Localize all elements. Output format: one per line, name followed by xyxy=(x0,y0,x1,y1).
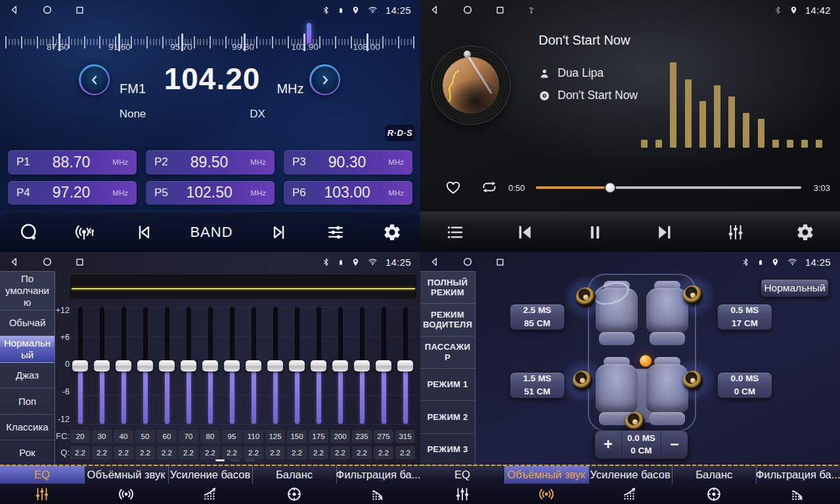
audio-settings-icon[interactable] xyxy=(325,222,346,242)
preset-button[interactable]: P5102.50MHz xyxy=(146,181,275,205)
fc-value[interactable]: 125 xyxy=(265,430,285,443)
listening-mode-item[interactable]: ПАССАЖИР xyxy=(420,337,475,369)
front-right-speaker[interactable] xyxy=(683,285,703,305)
q-value[interactable]: 2.2 xyxy=(114,446,133,459)
fc-value[interactable]: 30 xyxy=(92,430,112,443)
back-icon[interactable] xyxy=(430,257,440,267)
tab-balance-icon[interactable] xyxy=(252,484,336,504)
q-value[interactable]: 2.2 xyxy=(244,446,263,459)
eq-band-slider[interactable] xyxy=(200,307,221,424)
slider-handle[interactable] xyxy=(202,360,218,371)
eq-band-slider[interactable] xyxy=(113,307,134,424)
preset-button[interactable]: P390.30MHz xyxy=(284,150,412,175)
q-value[interactable]: 2.2 xyxy=(70,446,90,459)
home-icon[interactable] xyxy=(42,257,53,267)
q-value[interactable]: 2.2 xyxy=(330,446,350,459)
eq-band-slider[interactable] xyxy=(243,307,264,424)
eq-band-slider[interactable] xyxy=(286,307,307,424)
page-dot[interactable] xyxy=(215,459,225,461)
eq-band-slider[interactable] xyxy=(395,307,416,424)
preset-button[interactable]: P6103.00MHz xyxy=(284,181,412,205)
settings-icon[interactable] xyxy=(382,222,402,242)
tune-up-button[interactable] xyxy=(309,64,340,95)
eq-preset-item[interactable]: По умолчанию xyxy=(0,272,55,310)
tab-eq[interactable]: EQ xyxy=(420,466,504,484)
back-icon[interactable] xyxy=(9,5,20,15)
q-value[interactable]: 2.2 xyxy=(374,446,393,459)
fc-value[interactable]: 175 xyxy=(309,430,328,443)
slider-handle[interactable] xyxy=(397,360,413,371)
page-dot[interactable] xyxy=(231,459,240,461)
eq-band-slider[interactable] xyxy=(70,307,91,424)
slider-handle[interactable] xyxy=(246,360,261,371)
tab-bass-boost-icon[interactable] xyxy=(168,484,252,504)
home-icon[interactable] xyxy=(462,5,473,15)
eq-band-slider[interactable] xyxy=(178,307,199,424)
repeat-icon[interactable] xyxy=(479,178,499,196)
eq-band-slider[interactable] xyxy=(265,307,286,424)
surround-preset-button[interactable]: Нормальный xyxy=(761,279,829,297)
slider-handle[interactable] xyxy=(159,360,175,371)
fc-value[interactable]: 235 xyxy=(352,430,372,443)
scan-icon[interactable] xyxy=(18,222,39,243)
center-speaker[interactable] xyxy=(625,412,645,432)
slider-handle[interactable] xyxy=(224,360,240,371)
eq-band-slider[interactable] xyxy=(156,307,177,424)
eq-preset-item[interactable]: Рок xyxy=(0,440,55,465)
home-icon[interactable] xyxy=(462,257,473,267)
tab-surround-sound-icon[interactable] xyxy=(504,484,588,504)
front-left-delay-button[interactable]: 2.5 MS 85 CM xyxy=(510,304,565,330)
tab-bass-filter[interactable]: Фильтрация ба... xyxy=(756,466,840,484)
tab-bass-boost-icon[interactable] xyxy=(588,484,673,504)
tab-balance[interactable]: Баланс xyxy=(252,466,336,484)
slider-handle[interactable] xyxy=(311,360,326,371)
q-value[interactable]: 2.2 xyxy=(222,446,242,459)
recents-icon[interactable] xyxy=(75,257,85,267)
tab-bass-filter-icon[interactable] xyxy=(756,484,840,504)
fc-value[interactable]: 150 xyxy=(287,430,307,443)
next-station-icon[interactable] xyxy=(269,222,289,242)
slider-handle[interactable] xyxy=(332,360,348,371)
back-icon[interactable] xyxy=(430,5,440,15)
q-value[interactable]: 2.2 xyxy=(135,446,155,459)
rear-right-delay-button[interactable]: 0.0 MS 0 CM xyxy=(717,372,772,398)
decrease-delay-button[interactable]: − xyxy=(661,430,688,459)
slider-handle[interactable] xyxy=(181,360,196,371)
eq-preset-item[interactable]: Обычай xyxy=(0,310,55,336)
slider-handle[interactable] xyxy=(354,360,370,371)
home-icon[interactable] xyxy=(42,5,53,15)
tab-surround-sound[interactable]: Объёмный звук xyxy=(84,466,168,484)
eq-band-slider[interactable] xyxy=(91,307,112,424)
eq-preset-item[interactable]: Классика xyxy=(0,415,55,440)
listening-mode-item[interactable]: РЕЖИМ 1 xyxy=(420,369,475,401)
tab-bass-boost[interactable]: Усиление басов xyxy=(168,466,252,484)
fc-value[interactable]: 110 xyxy=(244,430,263,443)
tab-eq-icon[interactable] xyxy=(0,484,84,504)
fc-value[interactable]: 50 xyxy=(135,430,155,443)
rear-left-speaker[interactable] xyxy=(573,371,592,390)
eq-preset-item[interactable]: Нормальный xyxy=(0,336,55,363)
q-value[interactable]: 2.2 xyxy=(92,446,112,459)
fc-value[interactable]: 275 xyxy=(374,430,393,443)
tune-down-button[interactable] xyxy=(79,64,110,95)
q-value[interactable]: 2.2 xyxy=(309,446,328,459)
settings-icon[interactable] xyxy=(795,222,815,242)
slider-handle[interactable] xyxy=(376,360,391,371)
slider-handle[interactable] xyxy=(72,360,88,371)
broadcast-icon[interactable] xyxy=(76,222,98,243)
eq-preset-item[interactable]: Поп xyxy=(0,388,55,414)
eq-band-slider[interactable] xyxy=(351,307,372,424)
fc-value[interactable]: 315 xyxy=(395,430,415,443)
tab-surround-sound[interactable]: Объёмный звук xyxy=(504,466,588,484)
eq-band-slider[interactable] xyxy=(373,307,394,424)
eq-band-slider[interactable] xyxy=(308,307,329,424)
preset-button[interactable]: P289.50MHz xyxy=(146,150,275,175)
band-button[interactable]: BAND xyxy=(190,224,232,241)
tab-eq[interactable]: EQ xyxy=(0,466,84,484)
q-value[interactable]: 2.2 xyxy=(179,446,198,459)
recents-icon[interactable] xyxy=(495,257,505,267)
favorite-icon[interactable] xyxy=(444,178,462,196)
listening-mode-item[interactable]: ПОЛНЫЙ РЕЖИМ xyxy=(420,272,475,304)
fc-value[interactable]: 60 xyxy=(157,430,177,443)
playlist-icon[interactable] xyxy=(445,222,465,242)
